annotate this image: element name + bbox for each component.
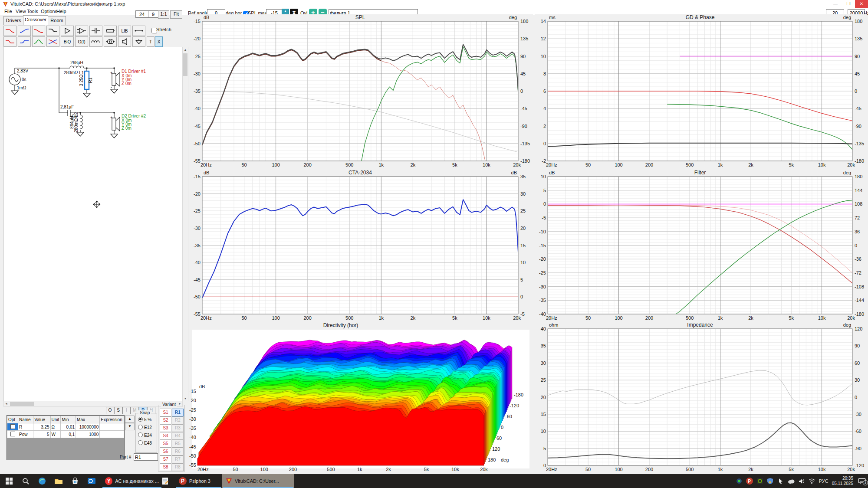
tray-wifi-icon[interactable] xyxy=(809,478,815,485)
variant-s4[interactable]: S4 xyxy=(160,432,171,440)
cell-value[interactable]: 5 xyxy=(33,431,50,438)
cell-expression[interactable] xyxy=(100,431,124,438)
tab-crossover[interactable]: Crossover xyxy=(23,15,48,25)
variant-s1[interactable]: S1 xyxy=(160,409,171,416)
tool-gain-function-button[interactable]: G(f) xyxy=(75,36,88,47)
part-number-input[interactable] xyxy=(134,453,158,461)
notepad-icon[interactable] xyxy=(159,476,172,486)
tool-driver-button[interactable] xyxy=(118,36,131,47)
taskbar-vituixcad-app[interactable]: VituixCAD: C:\User... xyxy=(222,474,294,488)
tool-crossover-button[interactable] xyxy=(46,36,59,47)
cell-expression[interactable] xyxy=(100,423,124,431)
svg-text:-90: -90 xyxy=(520,124,527,129)
zoom-1to1-button[interactable]: 1:1 xyxy=(158,10,169,19)
tool-ground-button[interactable] xyxy=(132,36,145,47)
menu-tools[interactable]: Tools xyxy=(25,8,40,14)
tool-library-button[interactable]: LIB xyxy=(118,26,131,36)
tool-highpass-button[interactable] xyxy=(18,26,31,36)
file-explorer-icon[interactable] xyxy=(52,476,65,486)
tray-clock[interactable]: 20:35 05.11.2025 xyxy=(832,476,853,486)
table-row[interactable]: Pow 5 W 0,1 1000 xyxy=(7,431,124,438)
row-down-button[interactable]: ▼ xyxy=(125,423,135,430)
cell-max[interactable]: 1000 xyxy=(76,431,100,438)
tray-nvidia-icon[interactable] xyxy=(756,478,763,485)
tool-inductor-button[interactable] xyxy=(89,36,102,47)
minimize-button[interactable]: — xyxy=(829,0,842,8)
snap-e12-radio[interactable]: E12 xyxy=(138,425,152,430)
outlook-icon[interactable] xyxy=(85,476,98,486)
tool-biquad-button[interactable]: BiQ xyxy=(61,36,74,47)
tray-cursor-icon[interactable] xyxy=(777,478,784,485)
row-up-button[interactable]: ▲ xyxy=(125,416,135,423)
zoom-fit-button[interactable]: Fit xyxy=(170,10,182,19)
svg-text:100: 100 xyxy=(272,315,279,321)
snap-5pct-radio[interactable]: 5 % xyxy=(138,417,151,422)
cell-unit[interactable]: Ω xyxy=(50,423,61,431)
tool-wire-button[interactable] xyxy=(132,26,145,36)
table-row[interactable]: R 3,25 Ω 0,01 10000000 xyxy=(7,423,124,431)
tray-language[interactable]: РУС xyxy=(819,478,829,484)
cell-unit[interactable]: W xyxy=(50,431,61,438)
maximize-button[interactable]: ❐ xyxy=(842,0,855,8)
cell-min[interactable]: 0,01 xyxy=(61,423,76,431)
tray-psiphon-status-icon[interactable] xyxy=(736,478,743,485)
tool-lowshelf-button[interactable] xyxy=(3,36,16,47)
schematic-canvas[interactable]: 2,83V 0s 1mΩ 268µH 280mΩ L1 3,25Ω R1 2,8… xyxy=(3,47,183,401)
grid-rows-input[interactable] xyxy=(148,10,158,18)
microsoft-store-icon[interactable] xyxy=(69,476,82,486)
grid-cols-input[interactable] xyxy=(135,10,148,18)
variant-s2[interactable]: S2 xyxy=(160,416,171,424)
tray-onedrive-icon[interactable] xyxy=(788,478,795,485)
tool-transformer-button[interactable] xyxy=(104,36,117,47)
menu-help[interactable]: Help xyxy=(55,8,68,14)
start-button-icon[interactable] xyxy=(3,476,16,486)
menu-file[interactable]: File xyxy=(3,8,14,14)
cell-value[interactable]: 3,25 xyxy=(33,423,50,431)
opt-checkbox-pow[interactable] xyxy=(7,431,18,438)
tool-highshelf-button[interactable] xyxy=(18,36,31,47)
mode-open-button[interactable]: O xyxy=(106,407,114,414)
snap-e24-radio[interactable]: E24 xyxy=(138,432,152,438)
tool-opamp-button[interactable] xyxy=(75,26,88,36)
schematic-hscrollbar[interactable]: ◄ ► xyxy=(3,401,183,407)
tray-psiphon-icon[interactable]: P xyxy=(746,478,753,485)
variant-s8[interactable]: S8 xyxy=(160,463,171,471)
edge-browser-icon[interactable] xyxy=(36,476,49,486)
tool-capacitor-button[interactable] xyxy=(89,26,102,36)
notification-center-icon[interactable]: 3 xyxy=(857,478,867,485)
search-icon[interactable] xyxy=(19,476,32,486)
tool-lowpass2-button[interactable] xyxy=(32,26,45,36)
opt-checkbox-r[interactable] xyxy=(7,423,18,431)
variant-s6[interactable]: S6 xyxy=(160,448,171,455)
snap-e48-radio[interactable]: E48 xyxy=(138,440,152,445)
variant-s5[interactable]: S5 xyxy=(160,440,171,448)
tool-peak-button[interactable] xyxy=(32,36,45,47)
schematic-vscrollbar[interactable]: ▲ ▼ xyxy=(182,47,188,401)
tool-shelf-button[interactable] xyxy=(46,26,59,36)
taskbar-psiphon-app[interactable]: P Psiphon 3 xyxy=(175,474,222,488)
tab-drivers[interactable]: Drivers xyxy=(3,16,23,25)
variant-r1[interactable]: R1 xyxy=(172,409,184,416)
cell-name[interactable]: R xyxy=(18,423,33,431)
close-button[interactable]: ✕ xyxy=(855,0,868,8)
variant-s3[interactable]: S3 xyxy=(160,424,171,432)
cell-max[interactable]: 10000000 xyxy=(76,423,100,431)
cell-min[interactable]: 0,1 xyxy=(61,431,76,438)
svg-text:-15: -15 xyxy=(539,243,546,248)
svg-text:1k: 1k xyxy=(378,315,384,321)
tray-volume-icon[interactable] xyxy=(798,478,805,485)
mode-short-button[interactable]: S xyxy=(114,407,122,414)
cell-name[interactable]: Pow xyxy=(18,431,33,438)
r1-name-label: R1 xyxy=(88,77,93,83)
tab-room[interactable]: Room xyxy=(48,16,66,25)
tool-lowpass-button[interactable] xyxy=(3,26,16,36)
tool-buffer-button[interactable] xyxy=(61,26,74,36)
variant-s7[interactable]: S7 xyxy=(160,455,171,463)
tool-delete-button[interactable]: X xyxy=(155,36,163,47)
svg-text:10: 10 xyxy=(541,174,546,179)
taskbar-yandex-app[interactable]: Y АС на динамиках ... xyxy=(102,474,162,488)
tray-defender-icon[interactable] xyxy=(767,478,774,485)
tool-text-button[interactable]: T xyxy=(147,36,155,47)
tool-resistor-button[interactable] xyxy=(104,26,117,36)
svg-text:14: 14 xyxy=(541,19,546,24)
